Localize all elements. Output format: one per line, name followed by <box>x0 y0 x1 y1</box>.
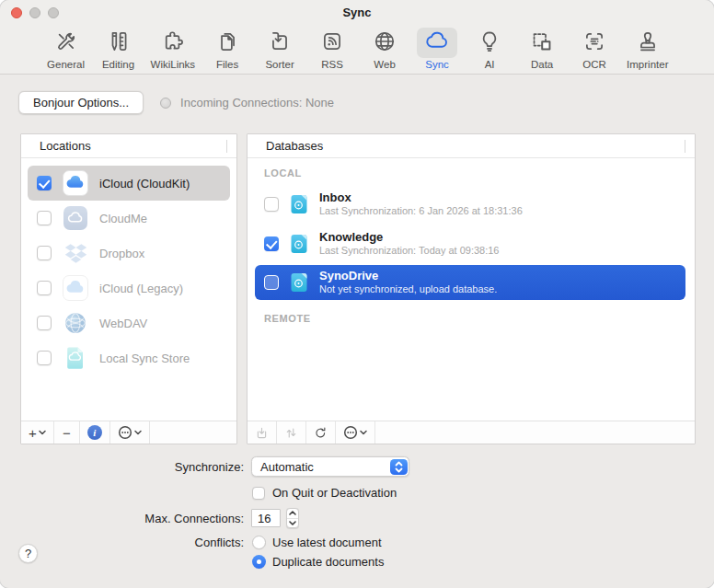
tab-web[interactable]: Web <box>364 28 405 70</box>
database-subtitle: Last Synchronization: 6 Jan 2026 at 18:3… <box>319 205 523 217</box>
use-latest-document-label: Use latest document <box>272 536 382 549</box>
tab-rss[interactable]: RSS <box>312 28 352 70</box>
max-connections-row: Max. Connections: <box>0 508 299 528</box>
database-checkbox[interactable] <box>264 275 279 290</box>
location-row-icloud-cloudkit[interactable]: iCloud (CloudKit) <box>28 166 230 201</box>
location-row-webdav[interactable]: WebDAV <box>28 306 230 340</box>
tab-wikilinks[interactable]: WikiLinks <box>151 28 196 70</box>
tab-sync[interactable]: Sync <box>417 28 457 70</box>
location-checkbox[interactable] <box>37 316 52 330</box>
database-subtitle: Not yet synchronized, upload database. <box>319 283 497 295</box>
bonjour-row: Bonjour Options... Incoming Connections:… <box>18 91 334 114</box>
tab-ocr[interactable]: OCR <box>574 28 615 70</box>
add-location-button[interactable]: + <box>21 421 54 444</box>
databases-panel: Databases LOCAL Inbox Last Synchronizati… <box>247 133 696 444</box>
lightbulb-icon <box>478 29 501 57</box>
title-bar: Sync <box>0 0 714 26</box>
import-database-button[interactable] <box>248 421 277 444</box>
location-row-icloud-legacy[interactable]: iCloud (Legacy) <box>28 271 230 306</box>
synchronize-label: Synchronize: <box>0 460 244 474</box>
location-info-button[interactable]: i <box>80 421 110 444</box>
database-checkbox[interactable] <box>264 197 279 212</box>
location-row-cloudme[interactable]: CloudMe <box>28 201 230 236</box>
chevron-down-icon <box>134 430 142 435</box>
database-icon <box>290 234 308 254</box>
tab-imprinter[interactable]: Imprinter <box>627 28 668 70</box>
refresh-icon <box>314 426 328 440</box>
stamp-icon <box>636 29 660 57</box>
ellipsis-circle-icon <box>118 425 132 440</box>
tab-data[interactable]: Data <box>522 28 562 70</box>
help-button[interactable]: ? <box>18 544 38 563</box>
conflicts-label: Conflicts: <box>0 536 244 549</box>
tab-sorter[interactable]: Sorter <box>259 28 300 70</box>
ellipsis-circle-icon <box>343 425 358 440</box>
database-checkbox[interactable] <box>264 236 279 251</box>
conflicts-row-1: Conflicts: Use latest document <box>0 536 382 549</box>
max-connections-stepper[interactable] <box>286 508 299 528</box>
location-label: WebDAV <box>99 317 147 330</box>
sync-database-button[interactable] <box>277 421 306 444</box>
remove-location-button[interactable]: − <box>54 421 80 444</box>
bonjour-options-button[interactable]: Bonjour Options... <box>18 91 144 114</box>
location-row-local-sync-store[interactable]: Local Sync Store <box>28 340 230 375</box>
synchronize-row: Synchronize: Automatic <box>0 456 409 477</box>
chevron-down-icon <box>360 430 367 435</box>
synchronize-dropdown[interactable]: Automatic <box>251 456 409 477</box>
duplicate-documents-radio[interactable] <box>252 555 266 569</box>
incoming-connections-text: Incoming Connections: None <box>180 96 334 110</box>
location-label: Local Sync Store <box>99 352 190 365</box>
up-down-arrows-icon <box>284 426 298 440</box>
preferences-window: Sync General Editing WikiLinks Files Sor… <box>0 0 714 588</box>
location-label: CloudMe <box>99 212 147 225</box>
location-checkbox[interactable] <box>37 176 52 190</box>
download-box-icon <box>255 426 269 440</box>
documents-icon <box>215 29 239 57</box>
database-icon <box>290 272 308 293</box>
incoming-connections-status-icon <box>160 98 171 109</box>
globe-icon <box>373 29 397 57</box>
column-divider <box>226 140 227 153</box>
location-checkbox[interactable] <box>37 351 52 365</box>
database-title: Knowledge <box>319 231 500 245</box>
database-row-inbox[interactable]: Inbox Last Synchronization: 6 Jan 2026 a… <box>255 186 685 223</box>
puzzle-icon <box>161 29 185 57</box>
use-latest-document-radio[interactable] <box>252 536 266 549</box>
database-icon <box>290 194 308 214</box>
location-label: iCloud (CloudKit) <box>99 177 190 190</box>
wrench-screwdriver-icon <box>54 29 78 57</box>
icloud-legacy-icon <box>63 275 88 301</box>
databases-list: LOCAL Inbox Last Synchronization: 6 Jan … <box>248 159 695 421</box>
plus-icon: + <box>29 426 37 440</box>
on-quit-checkbox[interactable] <box>252 487 265 500</box>
stepper-down-icon[interactable] <box>287 519 298 528</box>
database-row-synodrive[interactable]: SynoDrive Not yet synchronized, upload d… <box>255 265 685 300</box>
refresh-button[interactable] <box>306 421 336 444</box>
duplicate-documents-label: Duplicate documents <box>272 555 384 569</box>
preferences-toolbar: General Editing WikiLinks Files Sorter R… <box>0 26 714 75</box>
synchronize-value: Automatic <box>260 460 314 474</box>
window-title: Sync <box>0 6 714 19</box>
stepper-up-icon[interactable] <box>287 509 298 519</box>
location-checkbox[interactable] <box>37 246 52 260</box>
databases-header-label: Databases <box>266 139 323 153</box>
pencil-ruler-icon <box>107 29 131 57</box>
max-connections-input[interactable] <box>251 509 281 527</box>
locations-toolbar: + − i <box>21 421 236 444</box>
column-divider <box>685 140 685 153</box>
tab-ai[interactable]: AI <box>469 28 510 70</box>
data-square-icon <box>530 29 554 57</box>
locations-list: iCloud (CloudKit) CloudMe Dropbox <box>21 159 236 421</box>
database-row-knowledge[interactable]: Knowledge Last Synchronization: Today at… <box>255 225 685 262</box>
tab-editing[interactable]: Editing <box>98 28 139 70</box>
location-checkbox[interactable] <box>37 211 52 225</box>
tab-general[interactable]: General <box>46 28 86 70</box>
tab-files[interactable]: Files <box>207 28 248 70</box>
database-actions-button[interactable] <box>336 421 375 444</box>
section-label-local: LOCAL <box>264 167 695 179</box>
locations-header-label: Locations <box>40 139 91 153</box>
location-actions-button[interactable] <box>110 421 150 444</box>
location-row-dropbox[interactable]: Dropbox <box>28 236 230 271</box>
location-checkbox[interactable] <box>37 281 52 295</box>
section-label-remote: REMOTE <box>264 313 695 324</box>
